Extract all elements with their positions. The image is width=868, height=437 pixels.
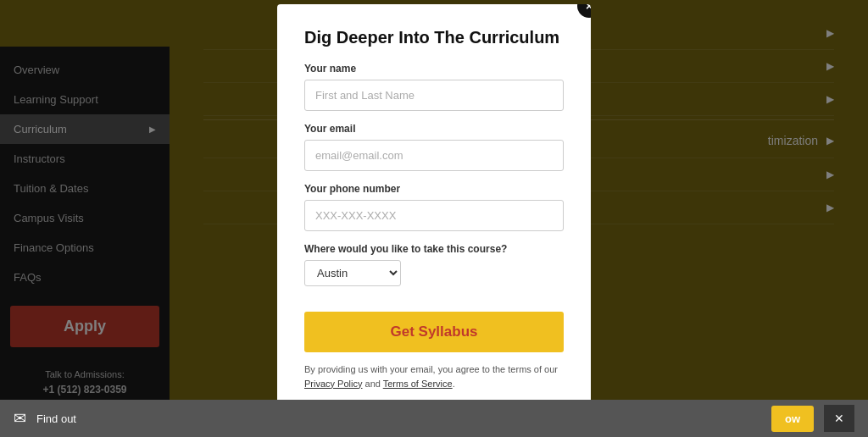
phone-group: Your phone number [304,183,564,231]
disclaimer-text: By providing us with your email, you agr… [304,362,564,390]
location-group: Where would you like to take this course… [304,243,564,286]
get-syllabus-button[interactable]: Get Syllabus [304,312,564,352]
location-select[interactable]: Austin Online New York Los Angeles [304,260,401,286]
email-label: Your email [304,123,564,135]
email-input[interactable] [304,140,564,171]
bottom-bar-text: Find out [36,412,76,425]
bottom-bar: ✉ Find out ow ✕ [0,400,868,437]
phone-input[interactable] [304,200,564,231]
modal-close-button[interactable]: × [577,4,591,18]
tos-link[interactable]: Terms of Service [383,379,453,389]
email-icon: ✉ [14,409,26,428]
name-group: Your name [304,63,564,111]
modal: × Dig Deeper Into The Curriculum Your na… [277,4,591,411]
name-label: Your name [304,63,564,75]
phone-label: Your phone number [304,183,564,195]
name-input[interactable] [304,80,564,111]
bottom-bar-cta-button[interactable]: ow [771,406,814,432]
privacy-policy-link[interactable]: Privacy Policy [304,379,362,389]
location-label: Where would you like to take this course… [304,243,564,255]
email-group: Your email [304,123,564,171]
modal-overlay: × Dig Deeper Into The Curriculum Your na… [0,0,868,437]
modal-title: Dig Deeper Into The Curriculum [304,28,564,47]
location-row: Austin Online New York Los Angeles [304,260,564,286]
bottom-bar-close-button[interactable]: ✕ [824,405,854,432]
